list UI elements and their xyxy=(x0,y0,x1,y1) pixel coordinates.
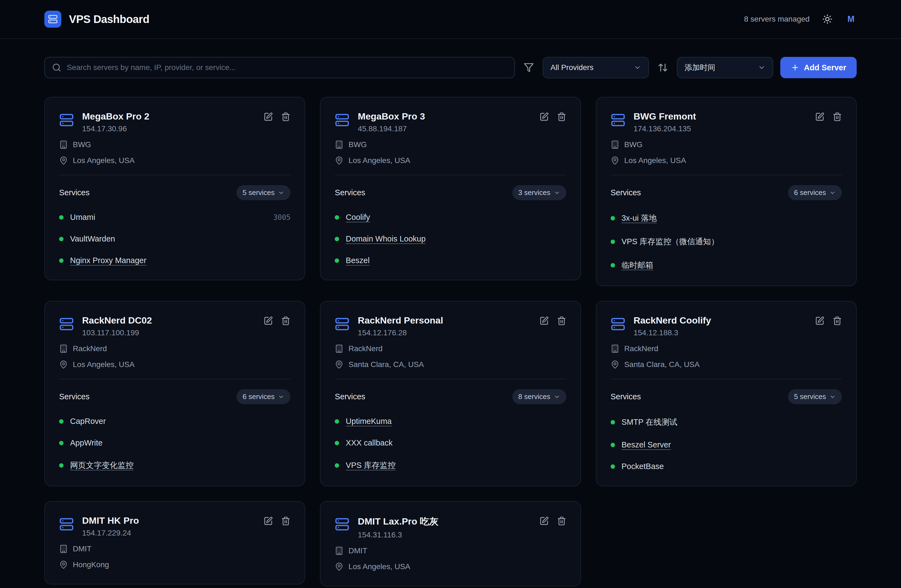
status-dot xyxy=(59,463,64,468)
services-count-pill[interactable]: 6 services xyxy=(788,185,842,200)
divider xyxy=(611,175,842,175)
service-name: VPS 库存监控（微信通知） xyxy=(622,236,719,247)
service-name[interactable]: Beszel Server xyxy=(622,440,671,450)
delete-server-button[interactable] xyxy=(557,516,566,526)
service-name[interactable]: 网页文字变化监控 xyxy=(70,460,134,471)
location-pin-icon xyxy=(335,562,343,571)
provider-row: DMIT xyxy=(59,544,290,553)
service-name: PocketBase xyxy=(622,462,664,471)
location-row: Santa Clara, CA, USA xyxy=(335,360,566,369)
services-count: 6 services xyxy=(243,392,274,401)
service-name[interactable]: UptimeKuma xyxy=(346,417,392,426)
status-dot xyxy=(335,258,339,263)
service-name[interactable]: Coolify xyxy=(346,213,370,222)
card-actions xyxy=(539,316,566,325)
services-header: Services 6 services xyxy=(611,185,842,200)
server-grid: MegaBox Pro 2 154.17.30.96 BWG Los Angel… xyxy=(0,97,901,588)
server-card: RackNerd Coolify 154.12.188.3 RackNerd S… xyxy=(596,301,857,486)
sort-select-value: 添加时间 xyxy=(684,62,715,73)
server-location: Los Angeles, USA xyxy=(348,562,410,571)
edit-server-button[interactable] xyxy=(815,112,825,121)
server-icon xyxy=(611,317,625,331)
server-icon xyxy=(335,113,349,128)
toolbar: All Providers 添加时间 Add Server xyxy=(0,57,901,78)
edit-server-button[interactable] xyxy=(539,112,549,121)
server-title-block: RackNerd Personal 154.12.176.28 xyxy=(358,315,443,337)
services-count-pill[interactable]: 5 services xyxy=(237,185,290,200)
building-icon xyxy=(59,140,68,149)
server-icon xyxy=(59,517,74,532)
services-count: 3 services xyxy=(518,188,550,197)
header-left: VPS Dashboard xyxy=(44,11,150,28)
services-count-pill[interactable]: 8 services xyxy=(512,389,566,404)
services-count-pill[interactable]: 6 services xyxy=(237,389,290,404)
server-provider: BWG xyxy=(73,140,91,149)
server-location: Los Angeles, USA xyxy=(624,156,686,165)
location-pin-icon xyxy=(611,156,619,165)
chevron-down-icon xyxy=(758,64,765,72)
server-ip: 154.31.116.3 xyxy=(358,530,438,539)
service-name: VaultWarden xyxy=(70,234,115,243)
sort-select[interactable]: 添加时间 xyxy=(677,57,773,78)
delete-server-button[interactable] xyxy=(281,516,290,526)
services-section: Services 5 services Umami 3005 VaultWard… xyxy=(59,175,290,265)
search-box xyxy=(44,57,515,78)
edit-server-button[interactable] xyxy=(263,316,273,325)
app-header: VPS Dashboard 8 servers managed M xyxy=(0,0,901,39)
delete-server-button[interactable] xyxy=(832,112,842,121)
delete-server-button[interactable] xyxy=(281,112,290,121)
add-server-button[interactable]: Add Server xyxy=(780,57,857,78)
delete-server-button[interactable] xyxy=(832,316,842,325)
search-input[interactable] xyxy=(67,63,507,72)
avatar[interactable]: M xyxy=(845,12,857,26)
services-count: 5 services xyxy=(794,392,826,401)
status-dot xyxy=(335,441,339,445)
edit-server-button[interactable] xyxy=(263,112,273,121)
services-count-pill[interactable]: 5 services xyxy=(788,389,842,404)
edit-server-button[interactable] xyxy=(263,516,273,526)
filter-button[interactable] xyxy=(522,61,536,75)
provider-filter-value: All Providers xyxy=(550,63,593,72)
services-count-pill[interactable]: 3 services xyxy=(512,185,566,200)
services-header: Services 6 services xyxy=(59,389,290,404)
edit-icon xyxy=(539,316,549,325)
service-row: UptimeKuma xyxy=(335,417,566,426)
status-dot xyxy=(335,463,339,468)
card-actions xyxy=(263,316,290,325)
trash-icon xyxy=(281,112,290,121)
server-card: DMIT Lax.Pro 吃灰 154.31.116.3 DMIT Los An… xyxy=(320,501,581,586)
server-ip: 45.88.194.187 xyxy=(358,124,425,133)
server-ip: 174.136.204.135 xyxy=(634,124,696,133)
service-name[interactable]: 3x-ui 落地 xyxy=(622,213,657,224)
delete-server-button[interactable] xyxy=(557,112,566,121)
delete-server-button[interactable] xyxy=(557,316,566,325)
edit-icon xyxy=(815,112,825,121)
edit-server-button[interactable] xyxy=(539,316,549,325)
service-name[interactable]: 临时邮箱 xyxy=(622,260,653,271)
services-header: Services 5 services xyxy=(59,185,290,200)
service-name[interactable]: Beszel xyxy=(346,256,369,265)
services-section: Services 3 services Coolify Domain Whois… xyxy=(335,175,566,265)
service-row: SMTP 在线测试 xyxy=(611,417,842,428)
services-section: Services 5 services SMTP 在线测试 Beszel Ser… xyxy=(611,379,842,471)
location-pin-icon xyxy=(59,156,68,165)
server-name: RackNerd DC02 xyxy=(82,315,152,326)
card-header: BWG Fremont 174.136.204.135 xyxy=(611,111,842,133)
theme-toggle-button[interactable] xyxy=(822,14,832,24)
provider-filter-select[interactable]: All Providers xyxy=(543,57,649,78)
sort-direction-button[interactable] xyxy=(656,61,670,75)
service-name[interactable]: VPS 库存监控 xyxy=(346,460,396,471)
edit-server-button[interactable] xyxy=(539,516,549,526)
service-name[interactable]: Domain Whois Lookup xyxy=(346,234,426,243)
trash-icon xyxy=(557,316,566,325)
chevron-down-icon xyxy=(278,190,284,196)
service-name: XXX callback xyxy=(346,439,393,447)
app-title: VPS Dashboard xyxy=(69,13,150,25)
delete-server-button[interactable] xyxy=(281,316,290,325)
status-dot xyxy=(59,419,64,424)
service-name[interactable]: Nginx Proxy Manager xyxy=(70,256,147,265)
provider-row: BWG xyxy=(59,140,290,149)
edit-server-button[interactable] xyxy=(815,316,825,325)
provider-row: BWG xyxy=(611,140,842,149)
provider-row: BWG xyxy=(335,140,566,149)
